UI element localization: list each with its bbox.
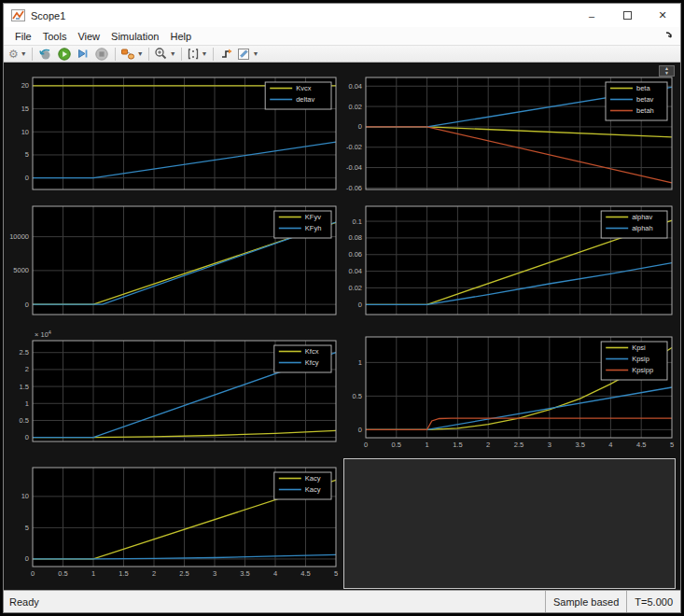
scope-display-area: 05101520Kvcxdeltav 0.040.020-0.02-0.04-0… [4,63,680,590]
toolbar-separator [148,48,149,61]
y-tick-label: 0.02 [348,284,362,292]
plot-canvas[interactable]: 05101520Kvcxdeltav [6,64,342,197]
menu-tools[interactable]: Tools [37,29,73,44]
x-tick-label: 2 [486,441,490,449]
toolbar-separator [32,48,33,61]
x-tick-label: 5 [334,569,338,578]
status-bar: Ready Sample based T=5.000 [4,590,680,612]
legend-entry-label: deltav [296,95,314,104]
axes-scaling-button[interactable]: ▼ [187,46,208,62]
plot-kfy[interactable]: 0500010000KFyvKFyh [6,201,342,320]
run-button[interactable] [56,46,73,62]
maximize-button[interactable] [609,4,645,27]
x-tick-label: 2.5 [179,569,188,578]
y-tick-label: 15 [21,105,29,113]
legend-entry-label: Kpsip [632,355,649,363]
x-tick-label: 0 [31,569,35,578]
x-tick-label: 3.5 [240,569,249,578]
plot-kvcx-deltav[interactable]: 05101520Kvcxdeltav [6,64,342,197]
step-forward-button[interactable] [75,46,91,62]
legend-entry-label: KFyh [305,224,322,232]
y-tick-label: 0.04 [348,267,362,275]
zoom-button[interactable]: ▼ [154,46,176,62]
plot-canvas[interactable]: 0.040.020-0.02-0.04-0.06betabetavbetah [342,64,677,197]
y-tick-label: 1 [358,358,362,367]
y-tick-label: 0.08 [348,233,362,242]
minimize-button[interactable]: – [574,4,609,27]
legend[interactable]: betabetavbetah [606,82,667,120]
y-tick-label: 0.04 [348,82,362,91]
y-tick-label: 0.06 [348,250,362,259]
legend[interactable]: KFyvKFyh [274,211,331,238]
close-button[interactable]: ✕ [645,4,680,27]
axis-exponent-label: × 104 [35,329,51,339]
y-tick-label: 10000 [9,232,29,241]
desktop-background: Scope1 – ✕ File Tools View Simulation He… [0,0,684,616]
y-tick-label: 5 [25,524,29,532]
menu-file[interactable]: File [9,29,37,44]
legend-entry-label: Kfcx [305,347,319,356]
plot-kacy[interactable]: 051000.511.522.533.544.55KacyKacy [6,460,342,589]
x-tick-label: 1.5 [453,441,462,449]
plot-kfc[interactable]: 00.511.522.5× 104KfcxKfcy [6,326,342,447]
dock-icon[interactable] [663,29,676,42]
legend-entry-label: betah [636,106,654,115]
legend-entry-label: Kpsipp [632,366,653,374]
plot-kpsi[interactable]: 00.5100.511.522.533.544.55KpsiKpsipKpsip… [342,324,677,455]
plot-canvas[interactable]: 051000.511.522.533.544.55KacyKacy [6,460,342,589]
plot-canvas[interactable]: 00.511.522.5× 104KfcxKfcy [6,326,342,447]
y-tick-label: 5000 [13,266,29,274]
title-bar: Scope1 – ✕ [4,4,680,27]
dropdown-caret-icon: ▼ [253,50,259,57]
legend[interactable]: Kvcxdeltav [265,82,331,109]
scope-window: Scope1 – ✕ File Tools View Simulation He… [3,3,681,613]
menu-simulation[interactable]: Simulation [105,29,164,44]
legend-entry-label: beta [636,84,650,92]
x-tick-label: 5 [670,441,674,449]
y-tick-label: 20 [21,81,29,90]
highlight-simulink-block-button[interactable]: ▼ [120,46,144,62]
x-tick-label: 4 [273,569,277,578]
highlight-block-icon [120,48,135,61]
y-tick-label: 0 [358,301,362,309]
legend[interactable]: KpsiKpsipKpsipp [601,342,667,380]
stop-icon [95,48,108,61]
step-forward-icon [77,48,89,60]
scroll-arrows-icon[interactable]: ▲▼ [659,65,675,77]
x-tick-label: 2 [152,569,156,578]
toolbar: ⚙▼ [4,45,680,63]
y-tick-label: 0 [358,122,362,131]
y-tick-label: 0 [25,174,29,182]
magnifier-icon [154,47,168,61]
legend-entry-label: alphah [632,224,653,232]
plot-alpha[interactable]: 00.020.040.060.080.1alphavalphah [342,201,677,320]
plot-canvas[interactable]: 00.5100.511.522.533.544.55KpsiKpsipKpsip… [342,324,677,455]
trigger-icon [220,48,233,61]
dropdown-caret-icon: ▼ [21,50,27,57]
scope-app-icon [11,9,25,21]
measurements-button[interactable]: ▼ [237,46,259,62]
legend[interactable]: KfcxKfcy [274,345,331,372]
status-message: Ready [4,591,545,612]
stop-button[interactable] [93,46,110,62]
x-tick-label: 4.5 [636,441,646,449]
y-tick-label: 0 [25,554,29,563]
goto-model-button[interactable] [37,46,54,62]
x-tick-label: 1 [91,569,95,578]
x-tick-label: 4 [608,441,612,449]
legend[interactable]: KacyKacy [274,472,331,499]
configuration-properties-button[interactable]: ⚙▼ [8,46,27,62]
maximize-icon [623,11,632,20]
menu-view[interactable]: View [72,29,105,44]
legend-entry-label: Kvcx [296,84,312,92]
trigger-button[interactable] [218,46,235,62]
plot-canvas[interactable]: 0500010000KFyvKFyh [6,201,342,320]
x-tick-label: 1 [426,441,429,449]
y-tick-label: 0 [25,301,29,309]
y-tick-label: 0.1 [353,217,362,226]
plot-canvas[interactable]: 00.020.040.060.080.1alphavalphah [342,201,677,320]
plot-beta[interactable]: 0.040.020-0.02-0.04-0.06betabetavbetah [342,64,677,197]
legend[interactable]: alphavalphah [601,211,667,238]
toolbar-separator [181,48,182,61]
menu-help[interactable]: Help [164,29,197,44]
